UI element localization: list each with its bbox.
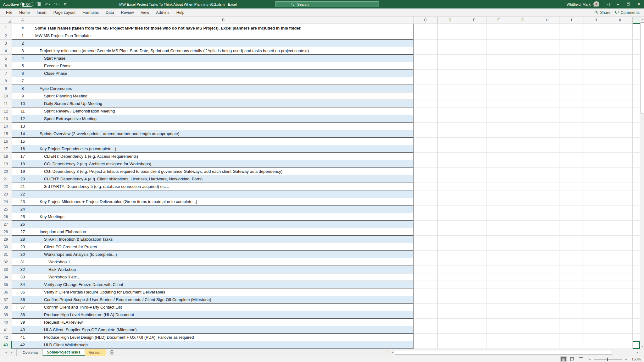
empty-cell[interactable] — [559, 123, 584, 130]
zoom-slider-thumb[interactable] — [607, 358, 608, 361]
ribbon-tab-formulas[interactable]: Formulas — [79, 8, 102, 16]
empty-cell[interactable] — [462, 273, 486, 281]
row-number[interactable]: 23 — [0, 190, 12, 198]
empty-cell[interactable] — [559, 138, 584, 145]
empty-cell[interactable] — [559, 296, 584, 304]
empty-cell[interactable] — [486, 32, 511, 40]
cell-b[interactable]: CG: Dependency 2 (e.g. Architect assigne… — [33, 160, 414, 168]
empty-cell[interactable] — [438, 288, 462, 296]
empty-cell[interactable] — [414, 258, 438, 266]
empty-cell[interactable] — [486, 175, 511, 183]
empty-cell[interactable] — [608, 123, 632, 130]
empty-cell[interactable] — [559, 243, 584, 251]
zoom-slider[interactable] — [594, 359, 622, 359]
empty-cell[interactable] — [414, 251, 438, 258]
empty-cell[interactable] — [511, 326, 535, 334]
empty-cell-partial[interactable] — [633, 123, 640, 130]
cell-a[interactable]: 41 — [12, 334, 33, 341]
empty-cell[interactable] — [608, 213, 632, 221]
empty-cell[interactable] — [511, 77, 535, 85]
empty-cell[interactable] — [462, 130, 486, 138]
empty-cell-partial[interactable] — [633, 319, 640, 326]
empty-cell[interactable] — [608, 85, 632, 92]
empty-cell[interactable] — [608, 266, 632, 273]
empty-cell[interactable] — [438, 266, 462, 273]
empty-cell[interactable] — [462, 319, 486, 326]
empty-cell[interactable] — [462, 326, 486, 334]
cell-b[interactable]: Workshops and Analysis (to complete...) — [33, 251, 414, 258]
empty-cell[interactable] — [486, 92, 511, 100]
empty-cell[interactable] — [462, 304, 486, 311]
cell-a[interactable]: 34 — [12, 281, 33, 288]
empty-cell[interactable] — [511, 92, 535, 100]
minimize-button[interactable]: – — [613, 0, 623, 8]
empty-cell[interactable] — [438, 221, 462, 228]
empty-cell[interactable] — [559, 266, 584, 273]
row-number[interactable]: 3 — [0, 40, 12, 47]
empty-cell[interactable] — [486, 311, 511, 319]
empty-cell[interactable] — [438, 304, 462, 311]
empty-cell[interactable] — [462, 266, 486, 273]
empty-cell[interactable] — [608, 190, 632, 198]
empty-cell[interactable] — [414, 24, 438, 32]
cell-b[interactable]: Sprint Planning Meeting — [33, 92, 414, 100]
restore-button[interactable] — [623, 0, 634, 8]
empty-cell[interactable] — [511, 145, 535, 153]
empty-cell[interactable] — [559, 62, 584, 70]
cell-b[interactable] — [33, 190, 414, 198]
cell-a[interactable]: 6 — [12, 70, 33, 77]
row-number[interactable]: 30 — [0, 243, 12, 251]
empty-cell[interactable] — [511, 213, 535, 221]
column-header-partial-selected[interactable] — [633, 17, 640, 24]
empty-cell[interactable] — [414, 92, 438, 100]
cell-a[interactable]: 38 — [12, 311, 33, 319]
cell-b[interactable]: Daily Scrum / Stand Up Meeting — [33, 100, 414, 107]
empty-cell[interactable] — [535, 153, 559, 160]
page-break-preview-button[interactable] — [577, 356, 585, 362]
empty-cell[interactable] — [486, 288, 511, 296]
column-header-g[interactable]: G — [511, 17, 535, 24]
empty-cell[interactable] — [559, 100, 584, 107]
cell-b[interactable]: 3rd PARTY: Dependency 5 (e.g. database c… — [33, 183, 414, 190]
empty-cell[interactable] — [438, 130, 462, 138]
empty-cell[interactable] — [584, 281, 608, 288]
row-number[interactable]: 13 — [0, 115, 12, 123]
empty-cell[interactable] — [414, 221, 438, 228]
empty-cell[interactable] — [511, 258, 535, 266]
column-header-j[interactable]: J — [584, 17, 608, 24]
empty-cell[interactable] — [438, 62, 462, 70]
empty-cell[interactable] — [535, 326, 559, 334]
empty-cell[interactable] — [608, 153, 632, 160]
empty-cell[interactable] — [462, 123, 486, 130]
empty-cell[interactable] — [559, 304, 584, 311]
cell-a[interactable]: 30 — [12, 251, 33, 258]
empty-cell[interactable] — [608, 296, 632, 304]
empty-cell[interactable] — [511, 251, 535, 258]
empty-cell[interactable] — [535, 288, 559, 296]
cell-a[interactable]: 1 — [12, 32, 33, 40]
empty-cell[interactable] — [462, 62, 486, 70]
row-number[interactable]: 40 — [0, 319, 12, 326]
row-number[interactable]: 31 — [0, 251, 12, 258]
empty-cell[interactable] — [438, 228, 462, 236]
empty-cell[interactable] — [438, 107, 462, 115]
row-number[interactable]: 24 — [0, 198, 12, 206]
normal-view-button[interactable] — [560, 356, 567, 362]
empty-cell[interactable] — [438, 175, 462, 183]
empty-cell-partial[interactable] — [633, 138, 640, 145]
empty-cell[interactable] — [414, 47, 438, 55]
empty-cell-partial[interactable] — [633, 24, 640, 32]
empty-cell[interactable] — [511, 100, 535, 107]
empty-cell[interactable] — [584, 123, 608, 130]
empty-cell[interactable] — [486, 40, 511, 47]
empty-cell-partial[interactable] — [633, 32, 640, 40]
row-number[interactable]: 29 — [0, 236, 12, 243]
empty-cell[interactable] — [511, 221, 535, 228]
empty-cell[interactable] — [511, 175, 535, 183]
empty-cell[interactable] — [511, 32, 535, 40]
empty-cell[interactable] — [414, 296, 438, 304]
cell-a[interactable]: 2 — [12, 40, 33, 47]
cell-b[interactable]: Key Project Milestones + Project Deliver… — [33, 198, 414, 206]
cell-a[interactable]: 21 — [12, 183, 33, 190]
zoom-in-button[interactable]: + — [625, 357, 628, 362]
